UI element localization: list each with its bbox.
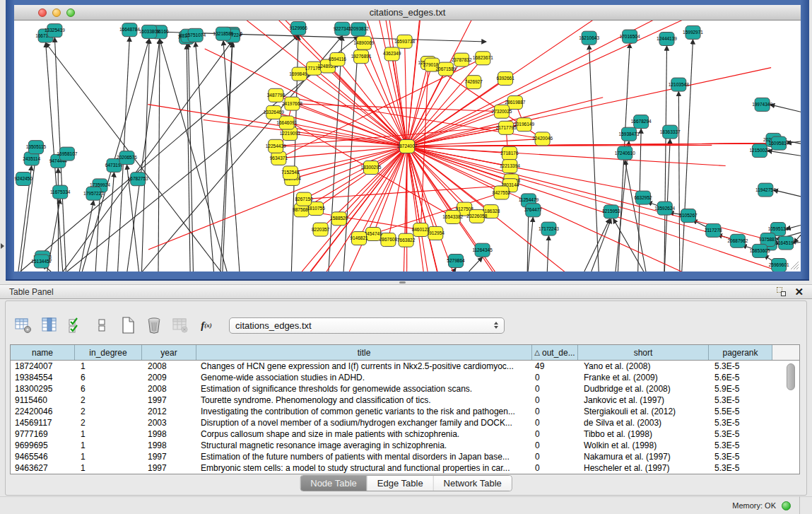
table-cell: 5.3E-5: [709, 417, 772, 428]
column-header-name[interactable]: name: [11, 345, 75, 360]
table-cell: 9465546: [11, 451, 75, 462]
table-cell: 1997: [142, 462, 196, 474]
svg-text:5279864: 5279864: [447, 258, 465, 263]
svg-text:13592624: 13592624: [654, 206, 675, 211]
table-cell: Hescheler et al. (1997): [578, 462, 709, 474]
column-header-short[interactable]: short: [578, 345, 709, 360]
close-window-button[interactable]: [38, 8, 47, 17]
function-builder-button[interactable]: f(x): [197, 316, 216, 334]
svg-text:15853605: 15853605: [750, 248, 770, 253]
network-canvas[interactable]: 9466160107191551667135575155261603380973…: [14, 21, 801, 271]
table-cell: 18300295: [11, 383, 75, 395]
zoom-window-button[interactable]: [66, 8, 75, 17]
svg-text:9129966: 9129966: [290, 25, 308, 30]
table-row[interactable]: 1830029562008Estimation of significance …: [11, 383, 799, 395]
table-row[interactable]: 1456911722003Disruption of a novel membe…: [11, 417, 799, 428]
show-columns-button[interactable]: [40, 316, 59, 334]
column-header-in-degree[interactable]: in_degree: [75, 345, 142, 360]
table-body: 1872400712008Changes of HCN gene express…: [11, 361, 799, 474]
table-cell: Disruption of a novel member of a sodium…: [196, 417, 532, 428]
tab-node-table[interactable]: Node Table: [300, 476, 367, 491]
svg-text:9242450: 9242450: [15, 176, 33, 181]
table-type-tabs: Node Table Edge Table Network Table: [300, 475, 512, 491]
window-titlebar[interactable]: citations_edges.txt: [14, 5, 801, 21]
memory-ok-indicator[interactable]: [782, 501, 791, 510]
table-cell: 1: [75, 462, 142, 474]
svg-text:12213394: 12213394: [500, 163, 520, 168]
svg-text:16095817: 16095817: [769, 141, 789, 146]
network-view-window: citations_edges.txt 94661601071915516671…: [6, 0, 809, 281]
table-cell: 0: [532, 428, 578, 440]
svg-text:11942757: 11942757: [755, 187, 776, 192]
close-panel-icon[interactable]: ✕: [794, 287, 804, 296]
svg-text:27320025: 27320025: [492, 109, 512, 114]
svg-text:7152548: 7152548: [281, 170, 300, 175]
table-cell: 2008: [142, 383, 196, 395]
clear-selection-button[interactable]: [93, 316, 111, 334]
svg-text:2117278: 2117278: [705, 228, 722, 233]
svg-text:13505115: 13505115: [26, 144, 47, 149]
select-all-button[interactable]: [66, 316, 85, 334]
svg-text:17172243: 17172243: [539, 226, 559, 231]
svg-text:13325419: 13325419: [45, 28, 65, 33]
column-header-pagerank[interactable]: pagerank: [709, 345, 772, 360]
status-bar-divider: [799, 496, 800, 514]
table-row[interactable]: 946362711997Embryonic stem cells: a mode…: [11, 462, 799, 474]
svg-text:8105267: 8105267: [679, 213, 698, 218]
svg-text:20687962: 20687962: [727, 238, 748, 243]
svg-text:3487798: 3487798: [267, 93, 286, 98]
table-settings-button[interactable]: [14, 316, 33, 334]
new-file-button[interactable]: [119, 316, 137, 334]
svg-text:9375887: 9375887: [759, 237, 777, 242]
table-panel-body: f(x) citations_edges.txt name in_degree …: [5, 300, 807, 496]
table-cell: 2003: [142, 417, 196, 428]
svg-text:16543382: 16543382: [442, 214, 463, 219]
svg-text:2435114: 2435114: [23, 156, 40, 161]
vertical-scrollbar-thumb[interactable]: [787, 363, 795, 390]
table-cell: 5.3E-5: [709, 440, 772, 451]
table-chooser-dropdown[interactable]: citations_edges.txt: [229, 317, 505, 334]
header-filler: [772, 345, 799, 360]
svg-text:20206576: 20206576: [117, 155, 137, 160]
table-cell: Wolkin et al. (1998): [578, 440, 709, 451]
table-cell: Estimation of the future numbers of pati…: [196, 451, 532, 462]
table-row[interactable]: 2242004622012Investigating the contribut…: [11, 406, 799, 417]
table-cell: Changes of HCN gene expression and I(f) …: [196, 361, 532, 372]
tab-edge-table[interactable]: Edge Table: [367, 476, 434, 491]
table-cell: Corpus callosum shape and size in male p…: [196, 428, 532, 440]
svg-text:8427552: 8427552: [493, 190, 511, 195]
table-chooser-value: citations_edges.txt: [235, 320, 312, 331]
column-header-out-degree[interactable]: △out_de...: [532, 345, 578, 360]
minimize-window-button[interactable]: [52, 8, 61, 17]
table-cell: 9115460: [11, 395, 75, 406]
memory-status-label: Memory: OK: [732, 501, 776, 510]
expand-control-panel-icon[interactable]: [1, 243, 4, 249]
svg-text:21717795: 21717795: [496, 125, 517, 130]
table-row[interactable]: 969969511998Structural magnetic resonanc…: [11, 440, 799, 451]
split-pane-handle[interactable]: [399, 281, 406, 284]
svg-text:17240610: 17240610: [615, 151, 635, 156]
table-row[interactable]: 946554611997Estimation of the future num…: [11, 451, 799, 462]
table-row[interactable]: 1938455462009Genome-wide association stu…: [11, 372, 799, 383]
svg-text:16033809: 16033809: [139, 29, 160, 34]
resize-grip-icon[interactable]: [788, 259, 799, 270]
table-cell: Tourette syndrome. Phenomenology and cla…: [196, 395, 532, 406]
tab-network-table[interactable]: Network Table: [434, 476, 512, 491]
delete-button[interactable]: [145, 316, 163, 334]
float-panel-icon[interactable]: [777, 287, 786, 296]
svg-text:17957223: 17957223: [83, 191, 104, 196]
table-row[interactable]: 977716911998Corpus callosum shape and si…: [11, 428, 799, 440]
table-row[interactable]: 911546021997Tourette syndrome. Phenomeno…: [11, 395, 799, 406]
svg-text:12254439: 12254439: [266, 144, 286, 148]
table-cell: 2009: [142, 372, 196, 383]
table-cell: 2: [75, 395, 142, 406]
table-cell: Yano et al. (2008): [578, 361, 709, 372]
table-cell: 5.5E-5: [709, 406, 772, 417]
column-header-title[interactable]: title: [196, 345, 532, 360]
node-table[interactable]: name in_degree year title △out_de... sho…: [10, 344, 800, 474]
table-row[interactable]: 1872400712008Changes of HCN gene express…: [11, 361, 799, 372]
table-cell: Nakamura et al. (1997): [578, 451, 709, 462]
table-cell: 22420046: [11, 406, 75, 417]
citation-network-graph[interactable]: 9466160107191551667135575155261603380973…: [14, 21, 801, 271]
column-header-year[interactable]: year: [142, 345, 196, 360]
